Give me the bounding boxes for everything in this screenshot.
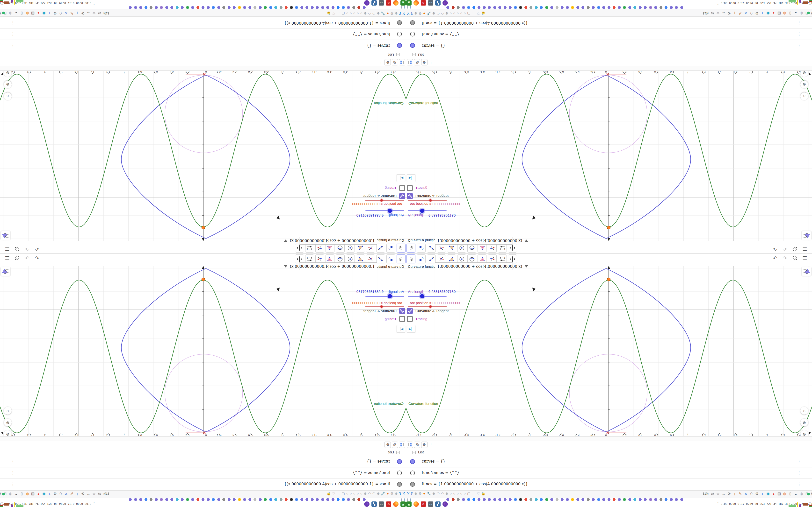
extension-icon[interactable]: ▯	[19, 11, 24, 15]
browser-mini-icon[interactable]: ○	[464, 492, 466, 495]
tab-favicon[interactable]	[618, 498, 621, 501]
polygon-tool-button[interactable]	[447, 243, 456, 252]
row-menu-icon[interactable]: ⋮	[11, 470, 15, 475]
tab-favicon[interactable]	[274, 6, 277, 9]
tab-favicon[interactable]	[556, 6, 558, 9]
extension-icon[interactable]: ⟳	[81, 11, 85, 15]
pause-icon[interactable]: ❙❙	[400, 498, 406, 501]
tab-favicon[interactable]	[337, 498, 340, 501]
tab-favicon[interactable]	[488, 498, 491, 501]
move-tool-button[interactable]	[406, 255, 415, 264]
tab-favicon[interactable]	[363, 498, 366, 501]
arc-position-point[interactable]	[202, 278, 205, 281]
tab-favicon[interactable]	[452, 6, 455, 9]
taskbar-app-owl-app[interactable]: ⦿	[364, 501, 369, 507]
tab-favicon[interactable]	[186, 498, 189, 501]
play-skip-button[interactable]: ▶▏	[407, 174, 415, 182]
tab-favicon[interactable]	[134, 498, 137, 501]
tab-favicon[interactable]	[238, 6, 241, 9]
extension-icon[interactable]: ◍	[782, 492, 787, 496]
reflect-tool-button[interactable]	[315, 255, 324, 264]
extension-icon[interactable]: ⚙	[755, 11, 759, 15]
tab-favicon[interactable]	[519, 498, 522, 501]
tab-favicon[interactable]	[545, 6, 548, 9]
tab-favicon[interactable]	[155, 498, 158, 501]
tab-favicon[interactable]	[269, 6, 272, 9]
browser-mini-icon[interactable]: ○	[450, 492, 452, 495]
kebab-menu-icon[interactable]: ⋮	[429, 60, 433, 65]
zoom-in-button[interactable]: ⊕	[800, 418, 808, 427]
move-tool-button[interactable]	[406, 243, 415, 252]
row-menu-icon[interactable]: ⋮	[797, 470, 801, 475]
graphics-stylebar-button[interactable]	[801, 267, 812, 276]
extension-icon[interactable]: +	[760, 492, 765, 496]
taskbar-app-floppy-64[interactable]: ▞	[435, 501, 441, 507]
extension-icon[interactable]: ◍	[25, 492, 30, 496]
conic-tool-button[interactable]	[467, 243, 476, 252]
extension-icon[interactable]: →	[86, 492, 91, 496]
browser-mini-icon[interactable]: Y	[411, 492, 413, 495]
algebra-row-funcnames[interactable]: funcNames = {" "} ⋮	[0, 467, 406, 479]
row-menu-icon[interactable]: ⋮	[797, 459, 801, 464]
tab-favicon[interactable]	[654, 6, 657, 9]
tab-favicon[interactable]	[306, 6, 309, 9]
tab-favicon[interactable]	[504, 498, 507, 501]
extension-icon[interactable]: ◒	[14, 492, 18, 496]
home-button[interactable]: ⌂	[4, 407, 12, 414]
tab-favicon[interactable]	[145, 498, 147, 501]
extension-icon[interactable]: A	[64, 11, 68, 15]
tab-favicon[interactable]	[571, 6, 574, 9]
reflect-tool-button[interactable]	[488, 243, 497, 252]
tab-favicon[interactable]	[332, 6, 335, 9]
slider-tool-button[interactable]: a = 2	[498, 243, 507, 252]
taskbar-app-terminal[interactable]: ▣	[406, 501, 412, 507]
tab-favicon[interactable]	[446, 498, 449, 501]
tab-favicon[interactable]	[639, 6, 642, 9]
browser-mini-icon[interactable]: Y	[411, 12, 413, 15]
tab-favicon[interactable]	[660, 6, 662, 9]
extension-icon[interactable]: ◉	[42, 492, 46, 496]
menu-icon[interactable]: ☰	[5, 255, 10, 262]
monitor-expand-icon[interactable]: ^	[93, 502, 95, 505]
conic-tool-button[interactable]	[336, 243, 345, 252]
taskbar-app-floppy-64[interactable]: ▞	[435, 0, 441, 6]
extension-icon[interactable]: →	[721, 11, 726, 15]
settings-gear-button[interactable]: ⚙	[385, 59, 391, 65]
line-tool-button[interactable]	[427, 255, 436, 264]
browser-mini-icon[interactable]: ⊕	[395, 12, 398, 15]
tab-favicon[interactable]	[493, 498, 496, 501]
tab-favicon[interactable]	[613, 6, 615, 9]
tab-favicon[interactable]	[680, 498, 683, 501]
tab-favicon[interactable]	[264, 498, 267, 501]
algebra-row-curves[interactable]: curves = {} ⋮	[406, 40, 812, 51]
browser-mini-icon[interactable]: ⊕	[445, 492, 448, 495]
fx-format-button[interactable]: fx	[392, 59, 398, 65]
browser-mini-icon[interactable]: ◠	[437, 492, 440, 495]
extension-icon[interactable]: ⇄	[97, 11, 102, 15]
tab-favicon[interactable]	[608, 498, 610, 501]
arc-length-slider-knob[interactable]	[388, 209, 392, 213]
tab-favicon[interactable]	[332, 498, 335, 501]
tracing-checkbox[interactable]	[399, 316, 405, 322]
browser-mini-icon[interactable]: ○	[457, 12, 459, 15]
tab-favicon[interactable]	[238, 498, 241, 501]
tab-favicon[interactable]	[628, 498, 631, 501]
tab-favicon[interactable]	[483, 498, 486, 501]
corner-chevron-icon[interactable]: ⌃	[1, 501, 3, 505]
perpendicular-line-tool-button[interactable]	[437, 243, 446, 252]
tab-favicon[interactable]	[358, 498, 361, 501]
tab-favicon[interactable]	[181, 498, 184, 501]
extension-icon[interactable]: ◒	[794, 492, 798, 496]
browser-mini-icon[interactable]: ▢	[342, 12, 345, 15]
browser-mini-icon[interactable]: ⊕	[445, 12, 448, 15]
tab-favicon[interactable]	[670, 6, 673, 9]
extension-icon[interactable]: ✎	[738, 492, 743, 496]
arc-position-slider[interactable]	[365, 306, 404, 307]
arc-length-slider-knob[interactable]	[388, 294, 392, 298]
zoom-level-indicator[interactable]: 81%	[103, 492, 109, 495]
tab-favicon[interactable]	[462, 6, 465, 9]
collapse-button[interactable]: −	[412, 53, 416, 56]
arc-position-slider[interactable]	[408, 306, 447, 307]
tab-favicon[interactable]	[207, 498, 210, 501]
curvature-tangent-checkbox[interactable]	[399, 308, 405, 314]
